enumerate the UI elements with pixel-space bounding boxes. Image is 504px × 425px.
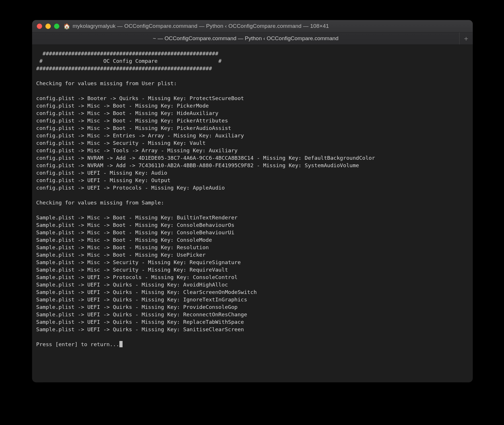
- output-line: Sample.plist -> UEFI -> Quirks - Missing…: [36, 282, 228, 288]
- output-line: config.plist -> Misc -> Boot - Missing K…: [36, 118, 228, 124]
- prompt-text: Press [enter] to return...: [36, 341, 119, 347]
- output-line: config.plist -> NVRAM -> Add -> 7C436110…: [36, 162, 359, 168]
- banner-line: ########################################…: [36, 65, 212, 71]
- section-heading-user: Checking for values missing from User pl…: [36, 80, 177, 86]
- plus-icon: ＋: [463, 34, 470, 43]
- output-line: Sample.plist -> Misc -> Boot - Missing K…: [36, 252, 206, 258]
- tab-title: ~ — OCConfigCompare.command — Python ‹ O…: [153, 35, 339, 42]
- output-line: Sample.plist -> UEFI -> Quirks - Missing…: [36, 319, 244, 325]
- output-line: config.plist -> UEFI -> Protocols - Miss…: [36, 185, 225, 191]
- output-line: Sample.plist -> UEFI -> Protocols - Miss…: [36, 274, 238, 280]
- output-line: Sample.plist -> UEFI -> Quirks - Missing…: [36, 326, 244, 332]
- zoom-button[interactable]: [54, 24, 59, 29]
- output-line: config.plist -> Misc -> Tools -> Array -…: [36, 147, 238, 153]
- output-line: config.plist -> Misc -> Entries -> Array…: [36, 132, 244, 139]
- output-line: Sample.plist -> Misc -> Security - Missi…: [36, 259, 241, 265]
- tabbar: ~ — OCConfigCompare.command — Python ‹ O…: [32, 32, 473, 45]
- close-button[interactable]: [37, 24, 42, 29]
- home-folder-icon: 🏠: [63, 24, 70, 29]
- output-line: Sample.plist -> Misc -> Boot - Missing K…: [36, 229, 234, 235]
- new-tab-button[interactable]: ＋: [459, 32, 473, 44]
- terminal-window: 🏠 mykolagrymalyuk — OCConfigCompare.comm…: [32, 20, 473, 382]
- output-line: Sample.plist -> Misc -> Boot - Missing K…: [36, 237, 212, 243]
- traffic-lights: [37, 24, 59, 29]
- terminal-output[interactable]: ########################################…: [32, 45, 473, 352]
- banner-line: # OC Config Compare #: [36, 58, 222, 64]
- output-line: Sample.plist -> UEFI -> Quirks - Missing…: [36, 289, 257, 295]
- output-line: Sample.plist -> Misc -> Boot - Missing K…: [36, 244, 209, 250]
- tab-active[interactable]: ~ — OCConfigCompare.command — Python ‹ O…: [32, 32, 459, 44]
- output-line: Sample.plist -> Misc -> Boot - Missing K…: [36, 215, 238, 221]
- minimize-button[interactable]: [45, 24, 51, 29]
- output-line: config.plist -> Misc -> Boot - Missing K…: [36, 125, 231, 131]
- output-line: config.plist -> Misc -> Boot - Missing K…: [36, 110, 218, 116]
- output-line: config.plist -> NVRAM -> Add -> 4D1EDE05…: [36, 155, 375, 161]
- cursor: [119, 341, 123, 347]
- banner-line: ########################################…: [36, 50, 218, 56]
- titlebar: 🏠 mykolagrymalyuk — OCConfigCompare.comm…: [32, 20, 473, 32]
- output-line: config.plist -> Misc -> Boot - Missing K…: [36, 103, 209, 109]
- section-heading-sample: Checking for values missing from Sample:: [36, 200, 164, 206]
- output-line: Sample.plist -> UEFI -> Quirks - Missing…: [36, 297, 247, 303]
- window-title: mykolagrymalyuk — OCConfigCompare.comman…: [73, 23, 468, 29]
- output-line: config.plist -> Misc -> Security - Missi…: [36, 140, 206, 146]
- output-line: Sample.plist -> UEFI -> Quirks - Missing…: [36, 304, 238, 310]
- output-line: config.plist -> Booter -> Quirks - Missi…: [36, 95, 244, 101]
- output-line: Sample.plist -> Misc -> Boot - Missing K…: [36, 222, 234, 228]
- output-line: Sample.plist -> Misc -> Security - Missi…: [36, 267, 228, 273]
- output-line: config.plist -> UEFI - Missing Key: Outp…: [36, 177, 170, 183]
- output-line: Sample.plist -> UEFI -> Quirks - Missing…: [36, 311, 247, 317]
- output-line: config.plist -> UEFI - Missing Key: Audi…: [36, 170, 167, 176]
